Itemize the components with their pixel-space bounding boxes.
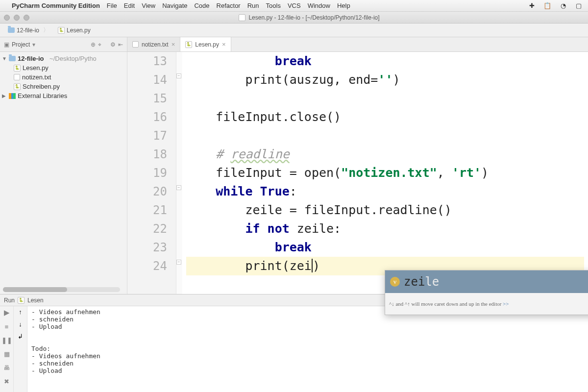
menu-vcs[interactable]: VCS (288, 2, 301, 9)
python-file-icon (185, 41, 192, 48)
status-icon-2[interactable]: 📋 (543, 1, 552, 10)
project-sidebar[interactable]: ▼ 12-file-io ~/Desktop/Pytho Lesen.py no… (0, 52, 127, 294)
traffic-min[interactable] (14, 15, 20, 21)
app-name[interactable]: PyCharm Community Edition (12, 2, 100, 9)
tree-root-name: 12-file-io (18, 55, 44, 62)
titlebar-file-icon (239, 14, 245, 21)
tree-file-label: Lesen.py (23, 64, 49, 72)
breadcrumb: 12-file-io Lesen.py (0, 24, 588, 37)
menu-view[interactable]: View (142, 2, 155, 9)
tree-file-label: Schreiben.py (23, 83, 60, 90)
breadcrumb-folder[interactable]: 12-file-io (4, 25, 53, 35)
project-tool-header[interactable]: ▣ Project ▾ ⊕ ⌖ ⚙ ⇤ (0, 37, 127, 51)
menu-window[interactable]: Window (308, 2, 330, 9)
menu-edit[interactable]: Edit (124, 2, 135, 9)
gear-icon[interactable]: ⚙ (110, 41, 116, 48)
fold-column: − − − (176, 52, 182, 294)
menu-navigate[interactable]: Navigate (162, 2, 187, 9)
line-gutter: 131415161718192021222324 (127, 52, 176, 294)
folder-icon (9, 56, 16, 61)
tree-root-path: ~/Desktop/Pytho (49, 55, 97, 62)
editor-tabs: notizen.txt × Lesen.py × (127, 37, 231, 51)
tree-file-notizen[interactable]: notizen.txt (0, 73, 127, 82)
soft-wrap-icon[interactable]: ↲ (18, 333, 23, 340)
status-icon-4[interactable]: ▢ (574, 1, 583, 10)
run-header-label: Run (4, 297, 15, 304)
hide-icon[interactable]: ⇤ (118, 41, 123, 48)
run-toolbar-secondary: ↑ ↓ ↲ (14, 306, 27, 392)
tree-file-label: notizen.txt (22, 74, 51, 81)
run-config-name: Lesen (27, 297, 44, 304)
autocomplete-hint-link[interactable]: >> (503, 301, 509, 307)
folder-icon (8, 27, 15, 33)
expand-arrow-icon[interactable]: ▼ (2, 56, 7, 61)
text-file-icon (14, 74, 20, 80)
run-pause-icon[interactable]: ❚❚ (2, 336, 11, 344)
tab-lesen-label: Lesen.py (195, 41, 219, 48)
fold-marker-icon[interactable]: − (176, 260, 181, 265)
tab-lesen[interactable]: Lesen.py × (180, 37, 231, 51)
run-layout-icon[interactable]: ▦ (2, 349, 11, 358)
locate-icon[interactable]: ⌖ (98, 41, 101, 48)
run-print-icon[interactable]: 🖶 (2, 363, 11, 372)
tab-notizen-label: notizen.txt (142, 41, 169, 48)
breadcrumb-folder-label: 12-file-io (17, 27, 39, 34)
code-editor[interactable]: 131415161718192021222324 − − − break pri… (127, 52, 588, 294)
code-area[interactable]: break print(auszug, end='') fileInput.cl… (182, 52, 588, 294)
python-file-icon (18, 297, 24, 304)
python-file-icon (14, 65, 21, 72)
tree-file-lesen[interactable]: Lesen.py (0, 63, 127, 73)
menu-help[interactable]: Help (337, 2, 350, 9)
autocomplete-typed: zei (404, 275, 425, 289)
libraries-icon (9, 93, 16, 99)
menu-code[interactable]: Code (194, 2, 209, 9)
autocomplete-rest: le (425, 275, 439, 289)
text-file-icon (132, 41, 139, 48)
sidebar-scrollbar[interactable] (3, 287, 120, 292)
project-tool-label: Project (12, 41, 30, 48)
run-play-icon[interactable]: ▶ (2, 308, 11, 317)
variable-badge-icon: v (390, 277, 400, 287)
tree-file-schreiben[interactable]: Schreiben.py (0, 82, 127, 91)
autocomplete-hint-text: ^↓ and ^↑ will move caret down and up in… (389, 301, 503, 307)
python-file-icon (14, 83, 21, 90)
scroll-up-icon[interactable]: ↑ (19, 308, 22, 316)
fold-marker-icon[interactable]: − (176, 185, 181, 190)
menu-refactor[interactable]: Refactor (217, 2, 241, 9)
tree-root[interactable]: ▼ 12-file-io ~/Desktop/Pytho (0, 54, 127, 63)
run-stop-icon[interactable]: ■ (2, 322, 11, 331)
fold-marker-icon[interactable]: − (176, 74, 181, 78)
run-close-icon[interactable]: ✖ (2, 377, 11, 386)
traffic-close[interactable] (4, 15, 10, 21)
window-titlebar: Lesen.py - 12-file-io - [~/Desktop/Pytho… (0, 12, 588, 24)
autocomplete-popup[interactable]: v zeile ^↓ and ^↑ will move caret down a… (385, 270, 588, 315)
python-file-icon (58, 27, 65, 34)
expand-arrow-icon[interactable]: ▶ (2, 93, 7, 98)
menu-run[interactable]: Run (247, 2, 259, 9)
chevron-down-icon: ▾ (32, 41, 35, 48)
run-toolbar-left: ▶ ■ ❚❚ ▦ 🖶 ✖ (0, 306, 14, 392)
autocomplete-hint: ^↓ and ^↑ will move caret down and up in… (385, 293, 588, 315)
tab-notizen-close[interactable]: × (172, 41, 175, 48)
project-icon: ▣ (4, 41, 9, 48)
menu-file[interactable]: File (107, 2, 117, 9)
breadcrumb-file[interactable]: Lesen.py (54, 26, 98, 35)
menu-tools[interactable]: Tools (266, 2, 281, 9)
autocomplete-item[interactable]: v zeile (385, 270, 588, 293)
run-console-output[interactable]: - Videos aufnehmen - schneiden - Upload … (27, 306, 588, 392)
status-icon-1[interactable]: ✚ (527, 1, 536, 10)
tab-lesen-close[interactable]: × (222, 41, 226, 48)
window-title: Lesen.py - 12-file-io - [~/Desktop/Pytho… (248, 14, 379, 21)
collapse-icon[interactable]: ⊕ (91, 41, 96, 48)
scroll-down-icon[interactable]: ↓ (19, 320, 22, 328)
breadcrumb-file-label: Lesen.py (67, 27, 91, 34)
tree-external-libs[interactable]: ▶ External Libraries (0, 91, 127, 100)
status-icon-3[interactable]: ◔ (559, 1, 567, 10)
toolbar-row: ▣ Project ▾ ⊕ ⌖ ⚙ ⇤ notizen.txt × Lesen.… (0, 37, 588, 52)
project-tree: ▼ 12-file-io ~/Desktop/Pytho Lesen.py no… (0, 52, 127, 102)
traffic-max[interactable] (24, 15, 29, 21)
macos-menubar: PyCharm Community Edition File Edit View… (0, 0, 588, 12)
tab-notizen[interactable]: notizen.txt × (127, 37, 180, 51)
tree-external-label: External Libraries (18, 92, 67, 99)
main-split: ▼ 12-file-io ~/Desktop/Pytho Lesen.py no… (0, 52, 588, 294)
